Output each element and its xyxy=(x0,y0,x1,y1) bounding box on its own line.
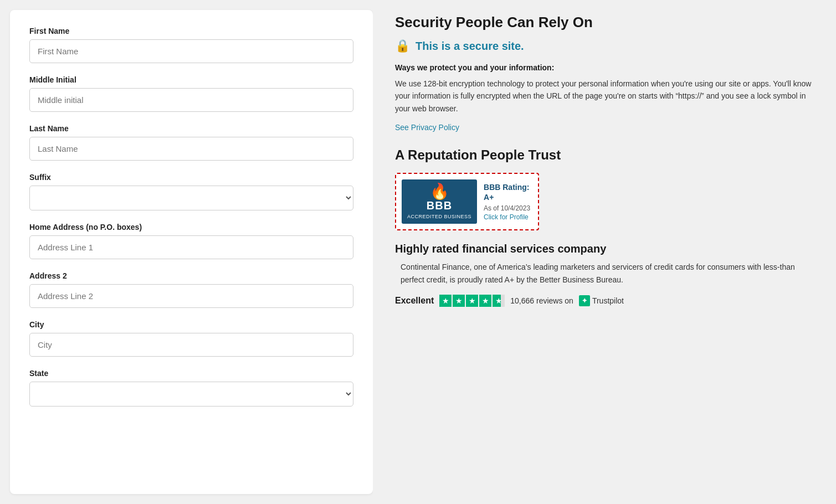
star-2: ★ xyxy=(453,295,465,307)
bbb-date: As of 10/4/2023 xyxy=(484,204,532,212)
address2-input[interactable] xyxy=(29,284,353,308)
secure-site-text: This is a secure site. xyxy=(416,40,524,53)
star-3: ★ xyxy=(466,295,478,307)
middle-initial-group: Middle Initial xyxy=(29,75,353,112)
last-name-label: Last Name xyxy=(29,124,353,133)
last-name-input[interactable] xyxy=(29,137,353,161)
form-panel: First Name Middle Initial Last Name Suff… xyxy=(10,10,373,494)
middle-initial-input[interactable] xyxy=(29,88,353,112)
trustpilot-name: Trustpilot xyxy=(592,296,624,305)
last-name-group: Last Name xyxy=(29,124,353,161)
trustpilot-stars: ★ ★ ★ ★ ★ xyxy=(439,295,505,307)
lock-icon: 🔒 xyxy=(395,39,410,53)
bbb-rating-label: BBB Rating: A+ xyxy=(484,182,532,202)
state-group: State Alabama Alaska Arizona California … xyxy=(29,369,353,407)
bbb-click-profile[interactable]: Click for Profile xyxy=(484,213,532,221)
trustpilot-row: Excellent ★ ★ ★ ★ ★ 10,666 reviews on ✦ … xyxy=(395,295,814,307)
star-5-half: ★ xyxy=(493,295,505,307)
secure-site-row: 🔒 This is a secure site. xyxy=(395,39,814,53)
suffix-select[interactable]: Jr. Sr. II III xyxy=(29,186,353,210)
suffix-group: Suffix Jr. Sr. II III xyxy=(29,173,353,210)
suffix-label: Suffix xyxy=(29,173,353,182)
highly-rated-title: Highly rated financial services company xyxy=(395,243,814,255)
bbb-accredited-label: ACCREDITED BUSINESS xyxy=(407,214,471,219)
city-input[interactable] xyxy=(29,333,353,357)
middle-initial-label: Middle Initial xyxy=(29,75,353,84)
city-group: City xyxy=(29,320,353,357)
address1-input[interactable] xyxy=(29,235,353,259)
privacy-policy-link[interactable]: See Privacy Policy xyxy=(395,123,459,132)
ways-protect-label: Ways we protect you and your information… xyxy=(395,63,814,72)
trustpilot-icon: ✦ xyxy=(579,295,590,306)
star-4: ★ xyxy=(479,295,491,307)
home-address-group: Home Address (no P.O. boxes) xyxy=(29,223,353,259)
star-1: ★ xyxy=(439,295,452,307)
bbb-logo: 🔥 BBB ACCREDITED BUSINESS xyxy=(402,179,477,224)
right-panel: Security People Can Rely On 🔒 This is a … xyxy=(373,0,836,504)
bbb-flame-icon: 🔥 xyxy=(430,184,449,199)
address2-label: Address 2 xyxy=(29,271,353,280)
bbb-text: BBB xyxy=(427,199,452,212)
trustpilot-excellent: Excellent xyxy=(395,296,434,306)
state-label: State xyxy=(29,369,353,378)
address2-group: Address 2 xyxy=(29,271,353,308)
home-address-label: Home Address (no P.O. boxes) xyxy=(29,223,353,232)
highly-rated-description: Continental Finance, one of America’s le… xyxy=(395,261,814,286)
trustpilot-logo: ✦ Trustpilot xyxy=(579,295,624,306)
first-name-group: First Name xyxy=(29,27,353,63)
security-title: Security People Can Rely On xyxy=(395,14,814,31)
first-name-label: First Name xyxy=(29,27,353,35)
city-label: City xyxy=(29,320,353,329)
trustpilot-review-count: 10,666 reviews on xyxy=(510,296,573,305)
bbb-rating-area: BBB Rating: A+ As of 10/4/2023 Click for… xyxy=(484,182,532,221)
reputation-title: A Reputation People Trust xyxy=(395,147,814,163)
encryption-description: We use 128-bit encryption technology to … xyxy=(395,78,814,115)
bbb-badge[interactable]: 🔥 BBB ACCREDITED BUSINESS BBB Rating: A+… xyxy=(395,173,539,230)
state-select[interactable]: Alabama Alaska Arizona California Texas … xyxy=(29,382,353,407)
first-name-input[interactable] xyxy=(29,39,353,63)
